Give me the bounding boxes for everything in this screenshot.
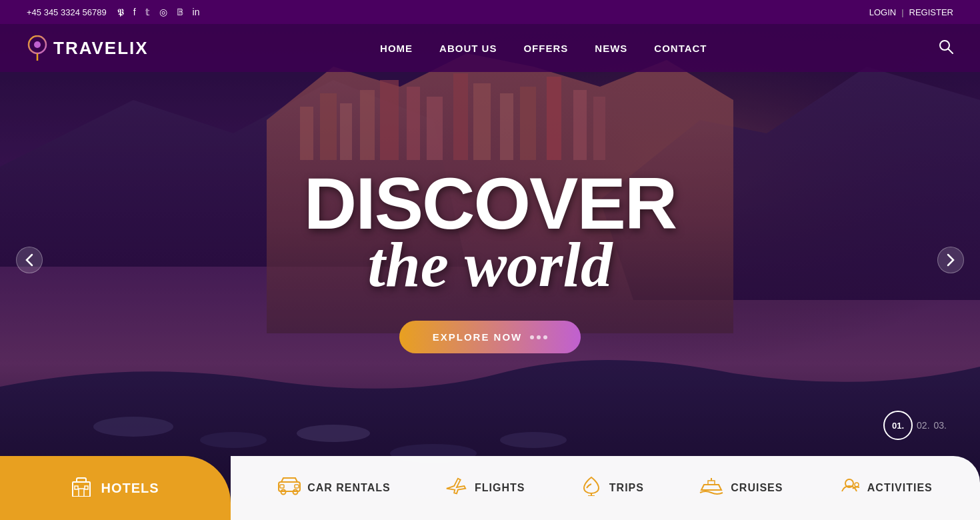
- carousel-prev-button[interactable]: [16, 247, 43, 273]
- nav-contact[interactable]: CONTACT: [654, 43, 707, 54]
- dribbble-icon[interactable]: ◎: [159, 7, 167, 18]
- cruises-icon: [699, 477, 724, 500]
- svg-rect-30: [85, 486, 88, 489]
- logo[interactable]: TRAVELIX: [27, 35, 149, 61]
- pinterest-icon[interactable]: 𝕻: [117, 7, 124, 18]
- slide-3-indicator[interactable]: 03.: [934, 420, 947, 431]
- logo-text: TRAVELIX: [53, 38, 149, 59]
- bottom-items: CAR RENTALS FLIGHTS TRIPS: [231, 456, 980, 520]
- svg-rect-29: [75, 486, 78, 489]
- activities-tab[interactable]: ACTIVITIES: [838, 477, 933, 500]
- phone-number: +45 345 3324 56789: [27, 7, 107, 17]
- trips-icon: [580, 476, 603, 501]
- search-button[interactable]: [939, 39, 953, 57]
- hotels-tab[interactable]: HOTELS: [0, 456, 231, 520]
- svg-line-26: [948, 49, 953, 53]
- register-link[interactable]: REGISTER: [909, 7, 953, 17]
- top-bar: +45 345 3324 56789 𝕻 f 𝕥 ◎ 𝔹 in LOGIN | …: [0, 0, 980, 24]
- activities-icon: [838, 477, 861, 500]
- hero-content: DISCOVER the world EXPLORE NOW: [0, 64, 980, 456]
- slide-2-indicator[interactable]: 02.: [917, 420, 929, 431]
- nav-news[interactable]: NEWS: [595, 43, 627, 54]
- linkedin-icon[interactable]: in: [193, 7, 200, 18]
- twitter-icon[interactable]: 𝕥: [145, 7, 150, 18]
- svg-point-41: [855, 483, 859, 487]
- nav-about[interactable]: ABOUT US: [439, 43, 497, 54]
- cruises-label: CRUISES: [731, 482, 783, 494]
- nav-home[interactable]: HOME: [380, 43, 413, 54]
- explore-button[interactable]: EXPLORE NOW: [399, 321, 581, 353]
- slide-indicators: 01. 02. 03.: [883, 411, 947, 440]
- explore-dots: [530, 335, 547, 339]
- auth-separator: |: [901, 7, 903, 17]
- hero-headline-2: the world: [368, 233, 613, 297]
- cruises-tab[interactable]: CRUISES: [699, 477, 783, 500]
- main-nav: HOME ABOUT US OFFERS NEWS CONTACT: [380, 43, 707, 54]
- svg-rect-32: [280, 485, 284, 488]
- login-link[interactable]: LOGIN: [869, 7, 896, 17]
- auth-links: LOGIN | REGISTER: [869, 7, 953, 17]
- bottom-bar: HOTELS CAR RENTALS: [0, 456, 980, 520]
- flights-label: FLIGHTS: [475, 482, 525, 494]
- activities-label: ACTIVITIES: [867, 482, 933, 494]
- flights-tab[interactable]: FLIGHTS: [445, 477, 525, 500]
- svg-point-23: [34, 41, 41, 48]
- top-bar-left: +45 345 3324 56789 𝕻 f 𝕥 ◎ 𝔹 in: [27, 7, 199, 18]
- behance-icon[interactable]: 𝔹: [177, 7, 183, 18]
- trips-tab[interactable]: TRIPS: [580, 476, 644, 501]
- svg-rect-33: [295, 485, 299, 488]
- nav-offers[interactable]: OFFERS: [523, 43, 568, 54]
- flights-icon: [445, 477, 468, 500]
- facebook-icon[interactable]: f: [133, 7, 136, 18]
- svg-rect-28: [79, 489, 84, 497]
- car-rentals-label: CAR RENTALS: [307, 482, 390, 494]
- slide-1-indicator[interactable]: 01.: [883, 411, 913, 440]
- logo-pin-icon: [27, 35, 48, 61]
- social-icons: 𝕻 f 𝕥 ◎ 𝔹 in: [117, 7, 200, 18]
- car-rentals-icon: [278, 477, 301, 500]
- car-rentals-tab[interactable]: CAR RENTALS: [278, 477, 390, 500]
- carousel-next-button[interactable]: [937, 247, 964, 273]
- trips-label: TRIPS: [609, 482, 644, 494]
- header: TRAVELIX HOME ABOUT US OFFERS NEWS CONTA…: [0, 24, 980, 72]
- hotels-label: HOTELS: [101, 481, 159, 496]
- explore-button-label: EXPLORE NOW: [433, 331, 523, 343]
- hotels-icon: [71, 475, 91, 501]
